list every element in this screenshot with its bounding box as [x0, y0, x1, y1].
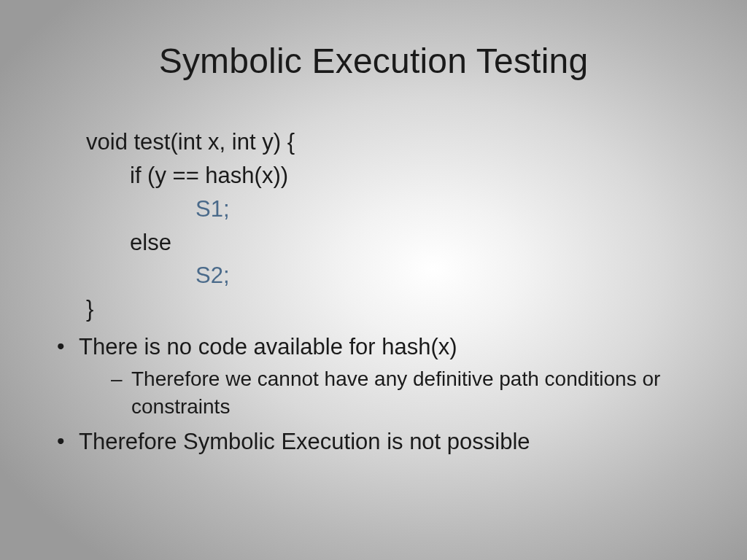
bullet-1-text: There is no code available for hash(x): [79, 334, 457, 359]
code-line-3: S1;: [196, 194, 703, 225]
bullet-2-text: Therefore Symbolic Execution is not poss…: [79, 429, 530, 454]
code-line-6: }: [86, 294, 703, 324]
slide-body: void test(int x, int y) { if (y == hash(…: [51, 124, 703, 461]
bullet-1-sub-1-text: Therefore we cannot have any definitive …: [131, 368, 660, 418]
code-line-1: void test(int x, int y) {: [86, 127, 703, 158]
code-line-4: else: [130, 228, 703, 258]
bullet-2: Therefore Symbolic Execution is not poss…: [51, 427, 703, 457]
bullet-list: There is no code available for hash(x) T…: [51, 332, 703, 456]
sub-list: Therefore we cannot have any definitive …: [79, 365, 703, 421]
bullet-1: There is no code available for hash(x) T…: [51, 332, 703, 420]
slide: Symbolic Execution Testing void test(int…: [0, 0, 747, 560]
code-line-2: if (y == hash(x)): [130, 160, 703, 191]
slide-title: Symbolic Execution Testing: [0, 0, 747, 81]
code-line-5: S2;: [196, 260, 703, 291]
bullet-1-sub-1: Therefore we cannot have any definitive …: [79, 365, 703, 421]
